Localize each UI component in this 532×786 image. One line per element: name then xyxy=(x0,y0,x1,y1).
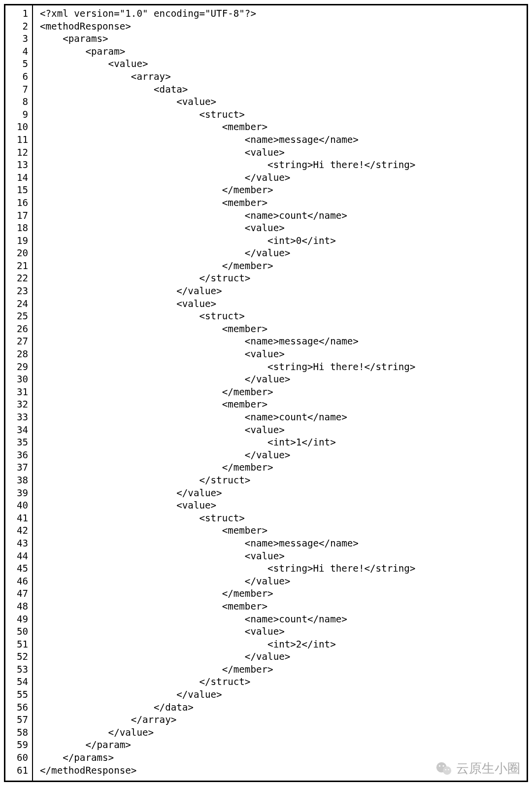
code-line: </member> xyxy=(40,260,527,273)
code-line: <value> xyxy=(40,625,527,638)
code-line: <array> xyxy=(40,70,527,83)
svg-point-1 xyxy=(443,766,451,775)
code-frame: 1234567891011121314151617181920212223242… xyxy=(4,4,528,782)
line-number: 4 xyxy=(5,45,32,58)
line-number: 61 xyxy=(5,764,32,777)
code-line: <value> xyxy=(40,424,527,437)
code-line: <name>message</name> xyxy=(40,537,527,550)
line-number: 57 xyxy=(5,714,32,726)
line-number: 41 xyxy=(5,512,32,525)
line-number: 21 xyxy=(5,260,32,273)
line-number: 30 xyxy=(5,373,32,386)
line-number: 25 xyxy=(5,310,32,323)
code-line: </struct> xyxy=(40,676,527,688)
line-number: 60 xyxy=(5,752,32,764)
code-line: </value> xyxy=(40,247,527,260)
line-number: 31 xyxy=(5,386,32,399)
line-number: 15 xyxy=(5,184,32,197)
line-number: 28 xyxy=(5,348,32,361)
code-line: <value> xyxy=(40,96,527,108)
code-line: </member> xyxy=(40,663,527,676)
line-number: 18 xyxy=(5,222,32,235)
code-line: <value> xyxy=(40,348,527,361)
line-number: 10 xyxy=(5,121,32,134)
line-number: 12 xyxy=(5,146,32,159)
code-area: <?xml version="1.0" encoding="UTF-8"?><m… xyxy=(33,5,527,781)
line-number: 22 xyxy=(5,272,32,285)
code-line: </value> xyxy=(40,688,527,701)
line-number-gutter: 1234567891011121314151617181920212223242… xyxy=(5,5,33,781)
line-number: 9 xyxy=(5,108,32,121)
code-line: </value> xyxy=(40,449,527,462)
line-number: 52 xyxy=(5,650,32,663)
code-line: </value> xyxy=(40,487,527,500)
code-line: </param> xyxy=(40,739,527,752)
code-line: <value> xyxy=(40,499,527,512)
line-number: 13 xyxy=(5,159,32,171)
line-number: 53 xyxy=(5,663,32,676)
line-number: 19 xyxy=(5,235,32,247)
code-line: </value> xyxy=(40,171,527,184)
line-number: 47 xyxy=(5,587,32,600)
code-line: <name>count</name> xyxy=(40,411,527,424)
line-number: 48 xyxy=(5,600,32,613)
code-line: <string>Hi there!</string> xyxy=(40,159,527,171)
code-line: </value> xyxy=(40,575,527,588)
code-line: </member> xyxy=(40,184,527,197)
line-number: 3 xyxy=(5,33,32,45)
line-number: 5 xyxy=(5,58,32,70)
line-number: 27 xyxy=(5,335,32,348)
code-line: <string>Hi there!</string> xyxy=(40,361,527,374)
line-number: 40 xyxy=(5,499,32,512)
line-number: 45 xyxy=(5,562,32,575)
line-number: 39 xyxy=(5,487,32,500)
code-line: <methodResponse> xyxy=(40,20,527,33)
code-line: <member> xyxy=(40,398,527,411)
line-number: 8 xyxy=(5,96,32,108)
line-number: 23 xyxy=(5,285,32,298)
code-line: <name>message</name> xyxy=(40,335,527,348)
line-number: 36 xyxy=(5,449,32,462)
code-line: </array> xyxy=(40,714,527,726)
code-line: <int>2</int> xyxy=(40,638,527,651)
code-line: <value> xyxy=(40,222,527,235)
code-line: </value> xyxy=(40,373,527,386)
code-line: <member> xyxy=(40,197,527,209)
code-line: <name>count</name> xyxy=(40,209,527,222)
line-number: 11 xyxy=(5,134,32,146)
code-line: <name>message</name> xyxy=(40,134,527,146)
line-number: 17 xyxy=(5,209,32,222)
line-number: 51 xyxy=(5,638,32,651)
code-line: <data> xyxy=(40,83,527,96)
code-line: <member> xyxy=(40,323,527,336)
code-line: <int>1</int> xyxy=(40,436,527,449)
line-number: 37 xyxy=(5,461,32,474)
line-number: 44 xyxy=(5,550,32,563)
line-number: 6 xyxy=(5,70,32,83)
line-number: 32 xyxy=(5,398,32,411)
line-number: 46 xyxy=(5,575,32,588)
code-line: </value> xyxy=(40,650,527,663)
code-line: <member> xyxy=(40,121,527,134)
code-line: </member> xyxy=(40,461,527,474)
code-line: </value> xyxy=(40,726,527,739)
code-line: <?xml version="1.0" encoding="UTF-8"?> xyxy=(40,7,527,20)
code-line: </value> xyxy=(40,285,527,298)
code-line: <struct> xyxy=(40,310,527,323)
line-number: 20 xyxy=(5,247,32,260)
svg-point-4 xyxy=(445,769,446,770)
svg-point-5 xyxy=(448,769,449,770)
line-number: 42 xyxy=(5,524,32,537)
code-line: </member> xyxy=(40,386,527,399)
code-line: </struct> xyxy=(40,474,527,487)
code-line: <struct> xyxy=(40,512,527,525)
line-number: 1 xyxy=(5,7,32,20)
code-line: <value> xyxy=(40,298,527,310)
line-number: 58 xyxy=(5,726,32,739)
code-line: </member> xyxy=(40,587,527,600)
line-number: 43 xyxy=(5,537,32,550)
wechat-icon xyxy=(435,760,452,777)
line-number: 35 xyxy=(5,436,32,449)
line-number: 16 xyxy=(5,197,32,209)
line-number: 2 xyxy=(5,20,32,33)
